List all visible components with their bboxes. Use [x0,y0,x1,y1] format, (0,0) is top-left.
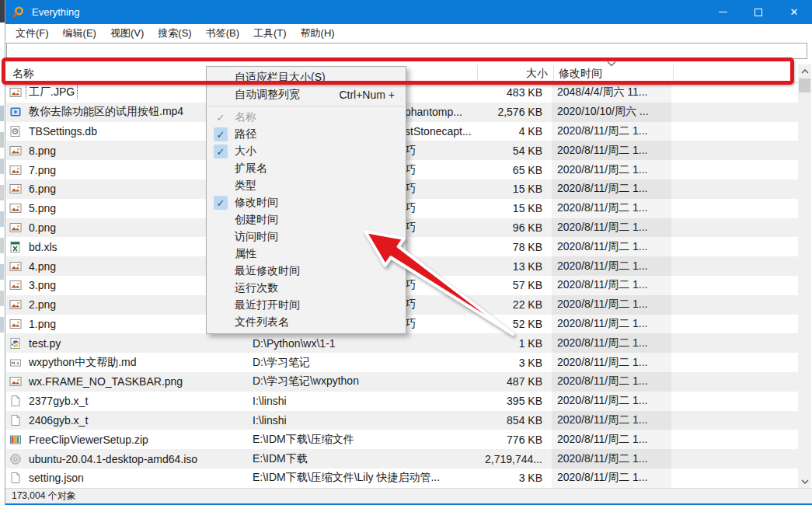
background-fragment [0,132,4,148]
generic-file-icon [9,414,22,427]
search-input[interactable] [6,43,807,59]
context-menu-item[interactable]: ✓修改时间 [207,194,406,211]
context-menu-item[interactable]: 运行次数 [207,280,406,297]
scrollbar-thumb[interactable] [799,78,810,92]
context-menu-item[interactable]: ✓名称 [207,109,406,126]
background-fragment [0,317,4,333]
menubar-item[interactable]: 视图(V) [103,24,151,42]
table-row[interactable]: 2377gyb.x_tI:\linshi395 KB2020/8/11/周二 1… [6,392,799,411]
table-row[interactable]: wxpython中文帮助.mdD:\学习笔记3 KB2020/8/11/周二 1… [6,353,799,372]
close-button[interactable]: ✕ [776,0,812,24]
column-header-size[interactable]: 大小 [478,67,548,81]
menubar-item[interactable]: 编辑(E) [56,24,103,42]
background-fragment [0,106,4,121]
python-file-icon [9,337,22,350]
vertical-scrollbar[interactable] [798,64,811,488]
menubar-item[interactable]: 搜索(S) [151,24,198,42]
context-menu-item[interactable]: 创建时间 [207,211,406,228]
menu-item-label: 最近打开时间 [235,298,406,312]
menu-item-label: 属性 [235,247,406,261]
image-file-icon [9,183,22,195]
markdown-file-icon [9,357,22,369]
context-menu-item[interactable]: 最近修改时间 [207,263,406,280]
context-menu-item[interactable]: ✓路径 [207,126,406,143]
menubar-item[interactable]: 书签(B) [199,24,246,42]
file-path: I:\linshi [253,414,476,427]
context-menu-item[interactable]: 扩展名 [207,160,406,177]
table-row[interactable]: setting.jsonE:\IDM下载\压缩文件\Lily 快捷启动管...3… [6,468,799,488]
table-row[interactable]: FreeClipViewerSetup.zipE:\IDM下载\压缩文件776 … [6,430,799,449]
column-separator[interactable] [477,65,478,82]
file-path: E:\IDM下载 [253,452,476,466]
database-file-icon [9,125,22,138]
scroll-up-button[interactable] [798,64,811,78]
file-path: E:\IDM下载\压缩文件 [253,433,476,447]
sort-descending-icon [605,60,618,68]
file-name-cell: 2377gyb.x_t [6,395,253,407]
menu-item-label: 自适应栏目大小(S) [235,71,406,85]
file-size: 2,719,744... [476,453,552,465]
file-size: 487 KB [476,375,552,388]
menubar-item[interactable]: 文件(F) [9,24,56,42]
context-menu-item[interactable]: ✓大小 [207,143,406,160]
chevron-up-icon [801,69,809,74]
menubar-item[interactable]: 帮助(H) [294,24,342,42]
context-menu-item[interactable]: 文件列表名 [207,314,406,331]
title-bar[interactable]: Everything ✕ [5,0,812,24]
context-menu-item[interactable]: 最近打开时间 [207,297,406,314]
image-file-icon [9,279,22,291]
object-count: 173,004 个对象 [12,489,76,503]
context-menu-item[interactable]: 自适应栏目大小(S) [207,69,406,86]
menubar-item[interactable]: 工具(T) [246,24,294,42]
context-menu-item[interactable]: 属性 [207,246,406,263]
column-separator[interactable] [673,65,674,82]
file-path: D:\Python\wx\1-1 [253,337,476,350]
menu-item-label: 扩展名 [235,162,406,176]
image-file-icon [9,260,22,273]
background-fragment [0,291,4,306]
context-menu-item[interactable]: 类型 [207,177,406,194]
context-menu-item[interactable]: 自动调整列宽Ctrl+Num + [207,86,406,103]
file-size: 65 KB [476,164,552,176]
menu-item-label: 访问时间 [235,230,406,244]
menu-item-label: 运行次数 [235,281,406,295]
file-modified-date: 2020/8/11/周二 1... [552,179,671,199]
checkmark-icon: ✓ [207,127,235,141]
column-header-modified[interactable]: 修改时间 [559,67,602,81]
close-icon: ✕ [790,7,799,17]
table-row[interactable]: wx.FRAME_NO_TASKBAR.pngD:\学习笔记\wxpython4… [6,372,799,392]
file-modified-date: 2020/8/11/周二 1... [552,199,671,218]
file-modified-date: 2020/8/11/周二 1... [552,392,671,411]
zip-file-icon [9,434,22,446]
checkmark-icon: ✓ [207,196,235,210]
file-name: 4.png [26,260,58,273]
file-modified-date: 2020/8/11/周二 1... [552,276,671,295]
menu-separator [207,106,405,106]
table-row[interactable]: test.pyD:\Python\wx\1-11 KB2020/8/11/周二 … [6,333,799,353]
file-size: 13 KB [476,260,552,273]
file-name: bd.xls [26,241,60,253]
table-row[interactable]: 2406gyb.x_tI:\linshi854 KB2020/8/11/周二 1… [6,411,799,430]
file-name: 8.png [26,145,58,157]
column-header-name[interactable]: 名称 [12,67,34,81]
minimize-button[interactable] [705,0,741,24]
file-modified-date: 2020/8/11/周二 1... [552,315,671,334]
file-modified-date: 2020/8/11/周二 1... [552,449,671,468]
column-separator[interactable] [553,65,554,82]
file-size: 15 KB [476,183,552,195]
generic-file-icon [9,395,22,407]
maximize-button[interactable] [741,0,776,24]
table-row[interactable]: ubuntu-20.04.1-desktop-amd64.isoE:\IDM下载… [6,449,799,468]
file-name: 7.png [26,164,58,176]
image-file-icon [9,375,22,388]
file-modified-date: 2020/8/11/周二 1... [552,160,671,179]
file-size: 52 KB [476,318,552,330]
context-menu-item[interactable]: 访问时间 [207,228,406,246]
file-size: 57 KB [476,279,552,291]
file-modified-date: 2020/8/11/周二 1... [552,218,671,238]
file-name-cell: wx.FRAME_NO_TASKBAR.png [6,375,253,388]
screenshot-stage: Everything ✕ 文件(F)编辑(E)视图(V)搜索(S)书签(B)工具… [0,0,812,505]
file-modified-date: 2020/8/11/周二 1... [552,430,671,449]
scroll-down-button[interactable] [798,475,811,488]
file-size: 78 KB [476,241,552,253]
